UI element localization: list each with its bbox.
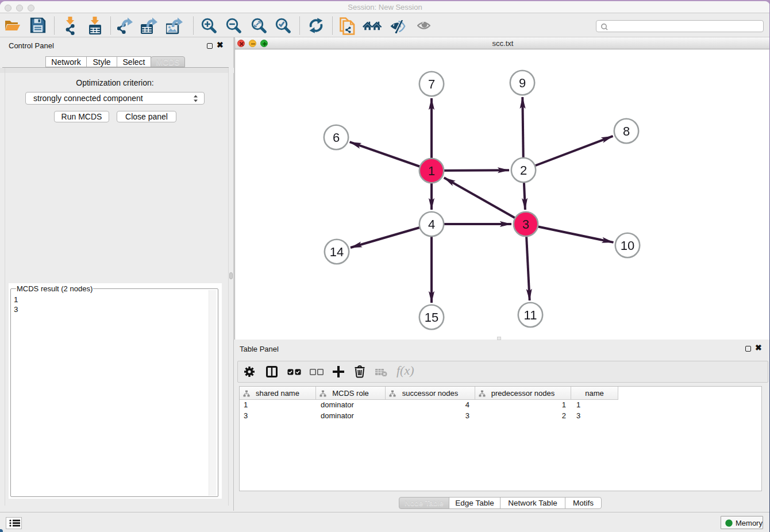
svg-text:15: 15 <box>425 310 438 325</box>
svg-text:2: 2 <box>520 163 527 178</box>
svg-text:10: 10 <box>621 238 634 253</box>
svg-text:9: 9 <box>519 76 526 90</box>
svg-text:7: 7 <box>428 77 435 91</box>
svg-text:1: 1 <box>428 164 435 178</box>
svg-text:6: 6 <box>333 130 340 145</box>
svg-text:4: 4 <box>428 217 435 232</box>
svg-text:11: 11 <box>524 308 537 322</box>
svg-text:14: 14 <box>330 245 344 259</box>
svg-text:3: 3 <box>522 217 529 232</box>
svg-text:8: 8 <box>623 124 630 138</box>
